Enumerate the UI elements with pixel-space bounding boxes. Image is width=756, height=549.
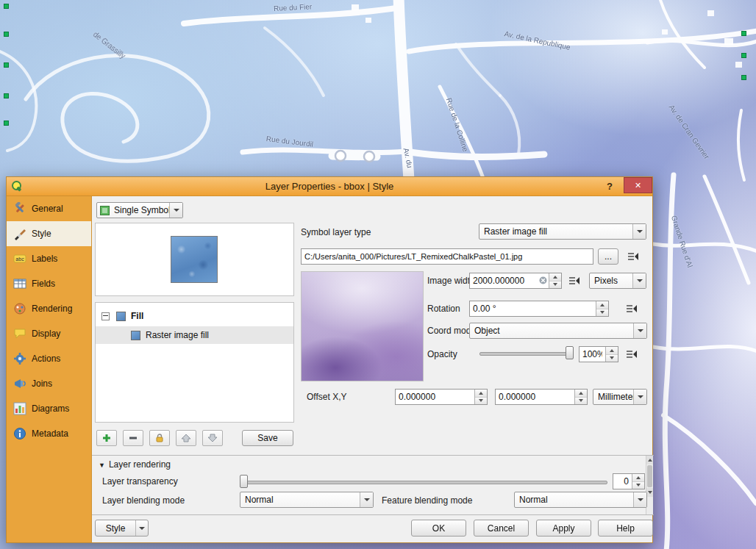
spin-up-icon[interactable] (475, 390, 487, 398)
vertex-marker (741, 31, 746, 36)
transparency-slider-handle[interactable] (240, 475, 248, 488)
lock-color-button[interactable] (149, 430, 170, 446)
tree-item-fill[interactable]: Fill (96, 307, 293, 325)
dropdown-arrow-icon (360, 492, 373, 507)
layer-rendering-title: Layer rendering (109, 459, 171, 470)
browse-file-button[interactable]: ... (598, 248, 618, 265)
feature-blending-label: Feature blending mode (382, 495, 472, 506)
spin-up-icon[interactable] (575, 390, 587, 398)
rotation-input[interactable] (470, 301, 596, 316)
sidebar-item-display[interactable]: Display (7, 321, 91, 346)
data-defined-override-button[interactable] (623, 302, 641, 315)
slider-groove (240, 481, 607, 484)
offset-x-spinbox[interactable] (395, 389, 488, 405)
style-menu-button[interactable]: Style (95, 520, 149, 537)
tree-item-label: Fill (131, 311, 143, 321)
apply-button[interactable]: Apply (536, 520, 591, 537)
screen: Rue du Fier Av. de la Republique Rue du … (0, 0, 756, 549)
layer-properties-dialog: Layer Properties - bbox | Style ? ✕ Gene… (6, 176, 653, 543)
spin-down-icon[interactable] (606, 355, 618, 362)
layer-blending-select[interactable]: Normal (240, 492, 374, 508)
scroll-down-icon[interactable] (646, 488, 653, 497)
opacity-slider[interactable] (479, 346, 574, 359)
image-width-spinbox[interactable] (469, 273, 562, 289)
symbol-layer-type-label: Symbol layer type (301, 227, 371, 237)
layer-transparency-spinbox[interactable] (613, 473, 645, 489)
spin-down-icon[interactable] (575, 398, 587, 405)
renderer-select[interactable]: Single Symbol (96, 202, 183, 218)
sidebar-item-rendering[interactable]: Rendering (7, 296, 91, 321)
move-down-button[interactable] (202, 430, 223, 446)
clear-icon[interactable] (539, 274, 547, 287)
sidebar-item-label: Rendering (32, 304, 72, 314)
help-button[interactable]: Help (598, 520, 653, 537)
sidebar-item-label: Joins (32, 378, 52, 389)
spin-up-icon[interactable] (596, 301, 608, 309)
feature-blending-value: Normal (515, 495, 633, 505)
image-width-unit-select[interactable]: Pixels (589, 273, 646, 289)
sidebar-item-actions[interactable]: Actions (7, 346, 91, 371)
sidebar-item-joins[interactable]: Joins (7, 371, 91, 396)
sidebar-item-style[interactable]: Style (7, 221, 91, 246)
spin-down-icon[interactable] (549, 281, 561, 289)
sidebar-item-label: Actions (32, 354, 60, 364)
offset-y-spinbox[interactable] (495, 389, 588, 405)
opacity-spinbox[interactable] (579, 346, 618, 362)
scroll-up-icon[interactable] (646, 456, 653, 464)
image-path-input[interactable] (302, 249, 593, 264)
ok-button[interactable]: OK (411, 520, 466, 537)
layer-blending-label: Layer blending mode (102, 495, 185, 506)
sidebar-item-metadata[interactable]: Metadata (7, 421, 91, 446)
dropdown-arrow-icon (633, 492, 646, 507)
opacity-slider-handle[interactable] (566, 346, 574, 359)
sidebar-item-general[interactable]: General (7, 196, 91, 221)
offset-y-input[interactable] (496, 390, 574, 404)
offset-unit-select[interactable]: Millimeter (593, 389, 647, 405)
wrench-hammer-icon (13, 202, 26, 215)
save-symbol-button[interactable]: Save (242, 430, 293, 446)
symbol-preview-panel (95, 223, 294, 296)
help-titlebar-button[interactable]: ? (602, 179, 617, 194)
spin-down-icon[interactable] (632, 482, 644, 489)
close-button[interactable]: ✕ (624, 177, 652, 193)
offset-x-input[interactable] (396, 390, 474, 404)
remove-symbol-layer-button[interactable] (123, 430, 143, 446)
dialog-titlebar[interactable]: Layer Properties - bbox | Style ? ✕ (7, 177, 652, 196)
rotation-spinbox[interactable] (469, 301, 609, 317)
data-defined-override-button[interactable] (623, 348, 641, 361)
cancel-button[interactable]: Cancel (474, 520, 529, 537)
move-up-button[interactable] (176, 430, 196, 446)
blending-value: Normal (240, 495, 360, 505)
image-width-input[interactable] (470, 273, 539, 288)
sidebar-item-fields[interactable]: Fields (7, 271, 91, 296)
lock-icon (155, 434, 164, 442)
coord-mode-select[interactable]: Object (469, 323, 647, 339)
spin-up-icon[interactable] (549, 273, 561, 281)
image-path-field[interactable] (301, 248, 593, 265)
feature-blending-select[interactable]: Normal (514, 492, 647, 508)
layer-rendering-header[interactable]: Layer rendering (99, 459, 171, 470)
renderer-select-value: Single Symbol (110, 205, 169, 215)
symbol-layer-type-select[interactable]: Raster image fill (479, 223, 646, 240)
collapse-expander-icon[interactable] (101, 312, 110, 320)
sidebar-item-diagrams[interactable]: Diagrams (7, 396, 91, 421)
data-defined-override-button[interactable] (624, 250, 642, 263)
opacity-input[interactable] (580, 347, 605, 362)
spin-down-icon[interactable] (596, 309, 608, 317)
data-defined-icon (568, 276, 580, 286)
palette-icon (13, 302, 26, 315)
layer-transparency-slider[interactable] (240, 475, 607, 488)
dropdown-arrow-icon (632, 273, 646, 288)
spin-up-icon[interactable] (606, 347, 618, 355)
data-defined-icon (627, 251, 639, 262)
tree-item-raster-image-fill[interactable]: Raster image fill (96, 326, 293, 344)
add-symbol-layer-button[interactable] (96, 430, 117, 446)
sidebar-item-label: General (32, 204, 63, 214)
sidebar-item-labels[interactable]: abc Labels (7, 246, 91, 271)
bar-chart-icon (13, 402, 26, 415)
scrollbar-thumb[interactable] (647, 465, 652, 487)
spin-up-icon[interactable] (632, 474, 644, 482)
spin-down-icon[interactable] (475, 398, 487, 405)
layer-transparency-input[interactable] (613, 474, 632, 489)
data-defined-override-button[interactable] (566, 274, 583, 287)
